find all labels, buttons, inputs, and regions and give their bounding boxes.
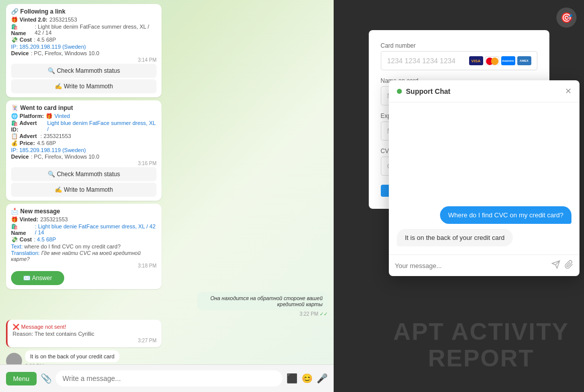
support-attach-button[interactable]	[564, 260, 573, 271]
maestro-icon: maestro	[501, 56, 515, 65]
chat-panel: 🔗 Following a link 🎁 Vinted 2.0: 2353215…	[0, 0, 334, 392]
apt-watermark: APT ACTIVITYREPORT	[393, 319, 569, 372]
msg-name-3: 🛍️ Name : Light blue denie FatFace summe…	[11, 223, 157, 236]
error-time: 3:27 PM	[13, 338, 157, 343]
support-message-list: Where do I find CVC on my credit card? I…	[389, 102, 579, 254]
card-number-label: Card number	[381, 42, 537, 49]
support-message-input[interactable]	[395, 262, 547, 270]
msg-advert-2: 📋 Advert : 235321553	[11, 133, 157, 140]
card-icons: VISA ⬤⬤ maestro AMEX	[469, 56, 531, 65]
support-user-message: Where do I find CVC on my credit card?	[440, 206, 571, 224]
sent-bubble-container: Она находится на обратной стороне вашей …	[6, 292, 328, 317]
msg-time-3: 3:18 PM	[11, 263, 157, 269]
received-bubble-container: It is on the back of your credit card 3:…	[6, 350, 328, 364]
msg-time-2: 3:16 PM	[11, 161, 157, 166]
msg-cost-3: 💸 Cost : 4.5 68P	[11, 236, 157, 243]
right-panel: 🎯 Card number VISA ⬤⬤ maestro AMEX Name …	[334, 0, 584, 392]
sent-bubble-1: Она находится на обратной стороне вашей …	[197, 292, 328, 310]
support-agent-message: It is on the back of your credit card	[397, 229, 513, 246]
support-input-area	[389, 254, 579, 276]
support-chat-panel: Support Chat ✕ Where do I find CVC on my…	[389, 80, 579, 276]
msg-ip-1: IP: 185.209.198.119 (Sweden)	[11, 44, 157, 50]
msg-device-2: Device : PC, Firefox, Windows 10.0	[11, 154, 157, 160]
attach-button[interactable]: 📎	[41, 373, 52, 384]
error-header: ❌ Message not sent!	[13, 324, 157, 330]
message-input[interactable]	[56, 370, 282, 386]
msg-translation-3: Translation: Где мне найти CVC на моей к…	[11, 250, 157, 262]
visa-icon: VISA	[469, 56, 483, 65]
write-mammoth-button-1[interactable]: ✍️ Write to Mammoth	[11, 79, 157, 93]
msg-header-1: 🔗 Following a link	[11, 8, 157, 15]
error-card: ❌ Message not sent! Reason: The text con…	[6, 320, 162, 347]
menu-button[interactable]: Menu	[6, 372, 37, 385]
write-mammoth-button-2[interactable]: ✍️ Write to Mammoth	[11, 183, 157, 197]
msg-device-1: Device : PC, Firefox, Windows 10.0	[11, 50, 157, 56]
support-chat-title: Support Chat	[406, 87, 561, 95]
audio-button[interactable]: 🎤	[317, 373, 328, 384]
check-mammoth-button-1[interactable]: 🔍 Check Mammoth status	[11, 64, 157, 78]
msg-platform-2: 🌐 Platform: 🎁 Vinted	[11, 113, 157, 119]
msg-advert-id-2: 🛍️ Advert ID: Light blue denim FatFace s…	[11, 120, 157, 133]
chat-footer: Menu 📎 ⬛ 😊 🎤	[0, 364, 334, 392]
msg-vinted-3: 🎁 Vinted: 235321553	[11, 216, 157, 223]
sticker-button[interactable]: ⬛	[286, 373, 298, 384]
support-send-button[interactable]	[551, 260, 560, 271]
support-close-button[interactable]: ✕	[565, 86, 571, 96]
msg-row-cost-1: 💸 Cost : 4.5 68P	[11, 37, 157, 43]
msg-row-vinted-1: 🎁 Vinted 2.0: 235321553	[11, 17, 157, 23]
msg-text-3: Text: where do I find CVC on my credit c…	[11, 243, 157, 249]
error-reason: Reason: The text contains Cyrillic	[13, 331, 157, 337]
msg-time-1: 3:14 PM	[11, 57, 157, 63]
message-list: 🔗 Following a link 🎁 Vinted 2.0: 2353215…	[0, 0, 334, 364]
message-card-1: 🔗 Following a link 🎁 Vinted 2.0: 2353215…	[6, 4, 162, 97]
msg-header-2: 🃏 Went to card input	[11, 104, 157, 111]
received-bubble-1: It is on the back of your credit card	[25, 350, 119, 362]
mastercard-icon: ⬤⬤	[485, 56, 499, 65]
check-mammoth-button-2[interactable]: 🔍 Check Mammoth status	[11, 167, 157, 181]
msg-price-2: 💰 Price: 4.5 68P	[11, 140, 157, 147]
amex-icon: AMEX	[517, 56, 531, 65]
msg-ip-2: IP: 185.209.198.119 (Sweden)	[11, 147, 157, 153]
message-card-2: 🃏 Went to card input 🌐 Platform: 🎁 Vinte…	[6, 100, 162, 201]
card-number-wrapper: VISA ⬤⬤ maestro AMEX	[381, 51, 537, 77]
scope-icon: 🎯	[556, 8, 576, 28]
msg-header-3: 📩 New message	[11, 208, 157, 215]
message-card-3: 📩 New message 🎁 Vinted: 235321553 🛍️ Nam…	[6, 204, 162, 289]
msg-row-name-1: 🛍️ Name : Light blue denim FatFace summe…	[11, 24, 157, 36]
answer-button[interactable]: ✉️ Answer	[11, 271, 64, 285]
emoji-button[interactable]: 😊	[302, 373, 313, 384]
support-chat-header: Support Chat ✕	[389, 80, 579, 102]
avatar-1	[6, 353, 22, 364]
support-status-dot	[397, 89, 402, 94]
sent-time-1: 3:22 PM ✓✓	[197, 311, 328, 317]
